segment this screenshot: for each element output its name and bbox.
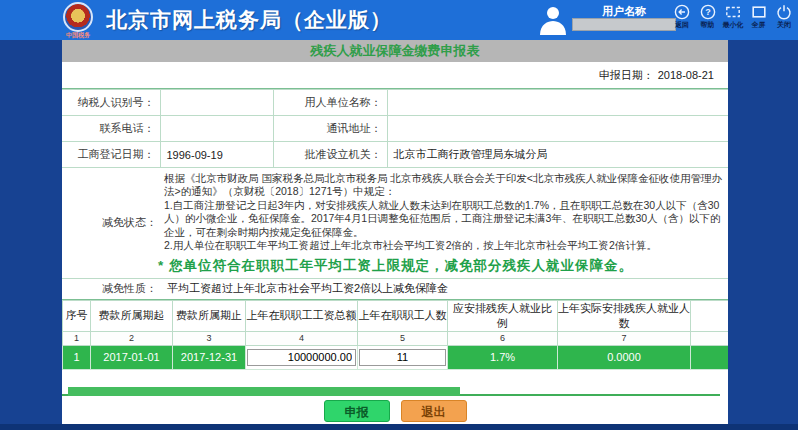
minimize-button[interactable]: 最小化 xyxy=(721,2,745,38)
colnum-7: 7 xyxy=(558,331,691,345)
app-header: 中国税务 北京市网上税务局（企业版） 用户名称 返回 xyxy=(0,0,798,40)
reduction-nature-row: 减免性质： 平均工资超过上年北京市社会平均工资2倍以上减免保障金 xyxy=(62,279,728,300)
row-required-ratio: 1.7% xyxy=(448,345,558,369)
employer-name-value xyxy=(387,90,728,116)
scrollbar-thumb[interactable] xyxy=(68,387,460,396)
info-row-1: 纳税人识别号： 用人单位名称： xyxy=(62,90,728,116)
col-required-ratio: 应安排残疾人就业比例 xyxy=(448,300,558,331)
row-seq: 1 xyxy=(63,345,91,369)
column-number-row: 1 2 3 4 5 6 7 xyxy=(63,331,729,345)
row-actual-disabled: 0.0000 xyxy=(558,345,691,369)
taxpayer-info-grid: 纳税人识别号： 用人单位名称： 联系电话： 通讯地址： 工商登记日期： 1996… xyxy=(62,89,728,168)
registration-date-value: 1996-09-19 xyxy=(160,142,273,168)
reduction-status-text: 根据《北京市财政局 国家税务总局北京市税务局 北京市残疾人联合会关于印发<北京市… xyxy=(162,168,728,278)
col-actual-disabled: 上年实际安排残疾人就业人数 xyxy=(558,300,691,331)
declare-button[interactable]: 申报 xyxy=(324,400,390,422)
row-period-start: 2017-01-01 xyxy=(91,345,173,369)
help-label: 帮助 xyxy=(696,21,720,29)
exit-button[interactable]: 退出 xyxy=(401,400,467,422)
total-wages-input[interactable] xyxy=(247,349,356,366)
back-label: 返回 xyxy=(670,21,694,29)
window-controls: 返回 ? 帮助 最小化 xyxy=(670,2,796,38)
fullscreen-button[interactable]: 全屏 xyxy=(747,2,771,38)
reduction-nature-label: 减免性质： xyxy=(62,281,162,296)
fullscreen-icon xyxy=(747,4,771,20)
tax-bureau-logo: 中国税务 xyxy=(56,2,100,38)
bottom-strip xyxy=(0,424,798,430)
declaration-form-panel: 残疾人就业保障金缴费申报表 申报日期： 2018-08-21 纳税人识别号： 用… xyxy=(62,40,728,424)
address-label: 通讯地址： xyxy=(273,116,387,142)
registration-date-label: 工商登记日期： xyxy=(62,142,160,168)
help-icon: ? xyxy=(696,4,720,20)
col-seq: 序号 xyxy=(63,300,91,331)
close-label: 关闭 xyxy=(772,21,796,29)
row-period-end: 2017-12-31 xyxy=(173,345,246,369)
username-input[interactable] xyxy=(572,18,676,31)
status-line-1: 根据《北京市财政局 国家税务总局北京市税务局 北京市残疾人联合会关于印发<北京市… xyxy=(164,172,722,199)
reduction-status-label: 减免状态： xyxy=(62,168,162,278)
colnum-1: 1 xyxy=(63,331,91,345)
declaration-table-wrap: 序号 费款所属期起 费款所属期止 上年在职职工工资总额 上年在职职工人数 应安排… xyxy=(62,300,728,370)
user-block: 用户名称 xyxy=(572,4,676,31)
row-employees-cell xyxy=(358,345,448,369)
horizontal-scrollbar xyxy=(62,387,728,397)
app-window: 中国税务 北京市网上税务局（企业版） 用户名称 返回 xyxy=(0,0,798,430)
username-label: 用户名称 xyxy=(572,4,676,18)
row-clipped xyxy=(691,345,729,369)
power-icon xyxy=(772,4,796,20)
empty-table-area xyxy=(62,370,728,387)
reduction-status-section: 减免状态： 根据《北京市财政局 国家税务总局北京市税务局 北京市残疾人联合会关于… xyxy=(62,168,728,279)
colnum-4: 4 xyxy=(246,331,358,345)
colnum-2: 2 xyxy=(91,331,173,345)
approval-authority-value: 北京市工商行政管理局东城分局 xyxy=(387,142,728,168)
close-button[interactable]: 关闭 xyxy=(772,2,796,38)
colnum-6: 6 xyxy=(448,331,558,345)
minimize-label: 最小化 xyxy=(721,21,745,29)
row-total-wages-cell xyxy=(246,345,358,369)
info-row-3: 工商登记日期： 1996-09-19 批准设立机关： 北京市工商行政管理局东城分… xyxy=(62,142,728,168)
table-header-row: 序号 费款所属期起 费款所属期止 上年在职职工工资总额 上年在职职工人数 应安排… xyxy=(63,300,729,331)
approval-authority-label: 批准设立机关： xyxy=(273,142,387,168)
col-period-start: 费款所属期起 xyxy=(91,300,173,331)
fullscreen-label: 全屏 xyxy=(747,21,771,29)
status-line-3: 2.用人单位在职职工年平均工资超过上年北京市社会平均工资2倍的，按上年北京市社会… xyxy=(164,239,722,252)
employees-input[interactable] xyxy=(359,349,446,366)
colnum-3: 3 xyxy=(173,331,246,345)
back-button[interactable]: 返回 xyxy=(670,2,694,38)
status-highlight-message: * 您单位符合在职职工年平均工资上限规定，减免部分残疾人就业保障金。 xyxy=(158,257,722,274)
address-value xyxy=(387,116,728,142)
declare-date-label: 申报日期： xyxy=(599,68,654,83)
back-icon xyxy=(670,4,694,20)
declare-date-row: 申报日期： 2018-08-21 xyxy=(62,62,728,89)
phone-value xyxy=(160,116,273,142)
col-period-end: 费款所属期止 xyxy=(173,300,246,331)
form-title: 残疾人就业保障金缴费申报表 xyxy=(62,40,728,62)
info-row-2: 联系电话： 通讯地址： xyxy=(62,116,728,142)
declare-date-value: 2018-08-21 xyxy=(658,69,714,81)
declaration-table: 序号 费款所属期起 费款所属期止 上年在职职工工资总额 上年在职职工人数 应安排… xyxy=(62,300,728,370)
form-footer: 申报 退出 xyxy=(62,397,728,424)
svg-text:?: ? xyxy=(705,7,711,17)
reduction-nature-value: 平均工资超过上年北京市社会平均工资2倍以上减免保障金 xyxy=(162,281,448,296)
help-button[interactable]: ? 帮助 xyxy=(696,2,720,38)
colnum-8 xyxy=(691,331,729,345)
colnum-5: 5 xyxy=(358,331,448,345)
taxpayer-id-label: 纳税人识别号： xyxy=(62,90,160,116)
logo-caption: 中国税务 xyxy=(56,32,100,38)
employer-name-label: 用人单位名称： xyxy=(273,90,387,116)
taxpayer-id-value xyxy=(160,90,273,116)
status-line-2: 1.自工商注册登记之日起3年内，对安排残疾人就业人数未达到在职职工总数的1.7%… xyxy=(164,199,722,239)
user-silhouette-icon xyxy=(536,5,570,35)
minimize-icon xyxy=(721,4,745,20)
col-total-wages: 上年在职职工工资总额 xyxy=(246,300,358,331)
col-employees: 上年在职职工人数 xyxy=(358,300,448,331)
app-title: 北京市网上税务局（企业版） xyxy=(106,0,392,40)
table-row[interactable]: 1 2017-01-01 2017-12-31 1.7% 0.0000 xyxy=(63,345,729,369)
tax-emblem-icon xyxy=(63,2,93,32)
phone-label: 联系电话： xyxy=(62,116,160,142)
col-clipped: 上年在职 xyxy=(691,300,729,331)
